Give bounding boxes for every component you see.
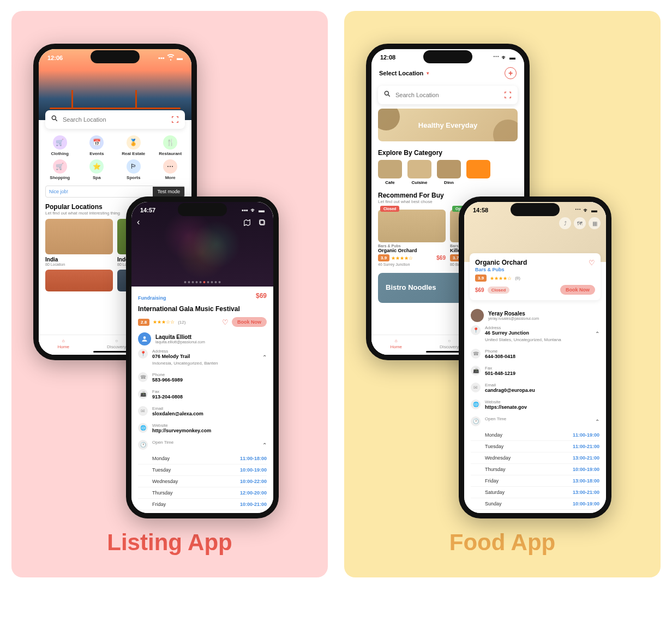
tab-home[interactable]: ⌂Home (391, 338, 402, 349)
map-icon[interactable]: 🗺 (574, 217, 586, 229)
detail-category: Fundraising (138, 295, 166, 301)
location-thumb[interactable] (45, 270, 113, 291)
search-icon (51, 115, 58, 124)
battery-icon: ▬ (591, 207, 597, 213)
phone-icon: ☎ (138, 372, 148, 382)
category-item[interactable]: ⋯More (154, 159, 188, 180)
category-item[interactable]: 📅Events (80, 135, 114, 156)
category-item[interactable]: 🏅Real Estate (117, 135, 151, 156)
chevron-up-icon[interactable]: ⌃ (262, 442, 267, 448)
clock-icon: 🕐 (471, 416, 481, 426)
card-title-food: Food App (361, 529, 644, 556)
search-bar[interactable] (45, 110, 185, 129)
star-icons: ★★★★☆ (490, 276, 512, 281)
website-value: http://surveymonkey.com (152, 428, 211, 433)
food-category-item[interactable]: Cafe (378, 160, 402, 185)
category-item[interactable]: 🍴Restaurant (154, 135, 188, 156)
wifi-icon: ᯤ (501, 54, 507, 61)
phone-food-detail: 14:58 ➤ ⋯ ᯤ ▬ ⤴ 🗺 ▦ (459, 196, 611, 518)
category-item[interactable]: 🛒Clothing (43, 135, 77, 156)
category-item[interactable]: 🛒Shopping (43, 159, 77, 180)
gallery-icon[interactable]: ▦ (589, 217, 601, 229)
explore-title: Explore By Category (371, 146, 524, 157)
search-bar[interactable] (378, 86, 518, 104)
promo-banner[interactable]: Healthy Everyday (378, 109, 518, 141)
book-now-button[interactable]: Book Now (232, 317, 267, 327)
tab-home[interactable]: ⌂Home (58, 338, 69, 349)
rating-badge: 2.8 (138, 319, 149, 326)
battery-icon: ▬ (177, 55, 183, 61)
chevron-up-icon[interactable]: ⌃ (595, 419, 599, 425)
detail-price: $69 (256, 292, 267, 300)
phone-value: 644-308-0418 (485, 354, 515, 359)
search-input[interactable] (63, 116, 166, 123)
tab-discovery[interactable]: ○Discovery (107, 338, 126, 349)
select-location-button[interactable]: Select Location ▼ (379, 70, 430, 76)
clock-icon: 🕐 (138, 440, 148, 450)
category-item[interactable]: 🏳Sports (117, 159, 151, 180)
listing-app-card: 12:06 ➤ ▪▪▪ ▬ (11, 11, 328, 577)
address-value: 46 Surrey Junction (485, 330, 561, 336)
author-name: Yeray Rosales (488, 311, 539, 317)
email-value: candrag0@europa.eu (485, 387, 535, 393)
card-title-listing: Listing App (28, 529, 311, 556)
globe-icon: 🌐 (138, 423, 148, 433)
status-time: 14:58 (473, 207, 488, 213)
signal-icon: ▪▪▪ (158, 55, 165, 61)
back-button[interactable]: ‹ (137, 217, 140, 227)
hours-row: Monday11:00-19:00 (471, 430, 599, 441)
recommend-card[interactable]: ClosedBars & PubsOrganic Orchard3.9★★★★☆… (378, 210, 446, 266)
chevron-up-icon[interactable]: ⌃ (262, 354, 267, 360)
food-category-item[interactable]: Dinn (437, 160, 461, 185)
wifi-icon (167, 53, 175, 62)
closed-badge: Closed (488, 287, 510, 294)
status-time: 12:08 (380, 54, 395, 61)
rating-badge: 3.9 (475, 275, 487, 282)
pin-icon: 📍 (138, 349, 148, 359)
hours-row: Monday11:00-18:00 (138, 453, 267, 464)
hours-row: Saturday13:00-21:00 (471, 487, 599, 498)
share-icon[interactable]: ⤴ (559, 217, 571, 229)
gallery-icon[interactable] (257, 217, 268, 228)
category-grid: 🛒Clothing📅Events🏅Real Estate🍴Restaurant🛒… (39, 129, 191, 183)
fax-value: 501-848-1219 (485, 371, 515, 376)
favorite-button[interactable]: ♡ (222, 318, 229, 326)
scan-icon[interactable] (171, 115, 179, 124)
hours-row: Wednesday10:00-22:00 (138, 476, 267, 487)
hours-row: Sunday10:00-19:00 (471, 498, 599, 510)
author-avatar[interactable] (138, 332, 151, 345)
review-count: (12) (178, 320, 185, 325)
hours-row: Thursday10:00-19:00 (471, 464, 599, 475)
author-email: yeray.rosales@passionui.com (488, 317, 539, 320)
author-email: laquita.elliott@passionui.com (155, 340, 205, 344)
food-category-item[interactable] (466, 160, 490, 185)
tab-discovery[interactable]: ○Discovery (440, 338, 459, 349)
test-mode-bar: Nice job! Test mode (45, 186, 185, 198)
chevron-up-icon[interactable]: ⌃ (595, 331, 599, 337)
address-value: 076 Melody Trail (152, 354, 218, 359)
scan-icon[interactable] (503, 91, 512, 99)
author-avatar[interactable] (471, 309, 484, 322)
map-icon[interactable] (242, 217, 253, 228)
phone-listing-detail: 14:57 ➤ ▪▪▪ ᯤ ▬ ‹ (126, 196, 279, 518)
fax-icon: 📠 (471, 366, 481, 375)
search-icon (383, 90, 391, 100)
svg-point-4 (385, 91, 388, 95)
add-button[interactable]: + (505, 67, 517, 79)
globe-icon: 🌐 (471, 400, 481, 409)
status-time: 12:06 (47, 55, 63, 61)
search-input[interactable] (395, 92, 499, 98)
hours-row: Wednesday13:00-21:00 (471, 452, 599, 464)
favorite-button[interactable]: ♡ (589, 259, 595, 267)
location-card[interactable]: India80 Location (45, 219, 113, 266)
signal-icon: ⋯ (493, 53, 499, 61)
book-now-button[interactable]: Book Now (560, 285, 595, 295)
food-title: Organic Orchard (475, 259, 527, 266)
star-icons: ★★★☆☆ (153, 319, 175, 325)
category-item[interactable]: ⭐Spa (80, 159, 114, 180)
food-category-item[interactable]: Cuisine (407, 160, 431, 185)
chevron-down-icon: ▼ (425, 71, 430, 76)
hours-row: Tuesday11:00-21:00 (471, 441, 599, 452)
pin-icon: 📍 (471, 325, 481, 335)
mail-icon: ✉ (138, 406, 148, 416)
